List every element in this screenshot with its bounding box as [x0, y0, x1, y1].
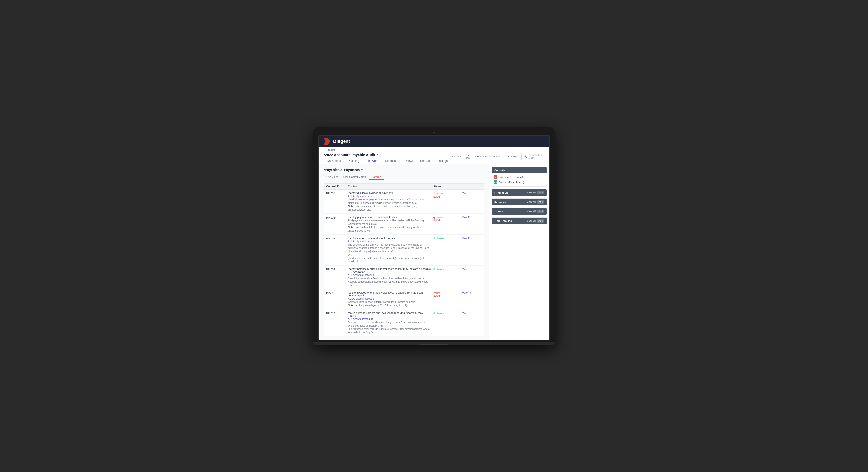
control-title-pp001: Identify duplicate invoices or payments: [348, 191, 431, 195]
view-edit-pp005[interactable]: View/Edit: [462, 292, 472, 294]
tab-results[interactable]: Results: [417, 158, 433, 165]
control-content-pp016: Match purchase orders and invoices to re…: [348, 312, 433, 334]
col-header-status: Status: [433, 185, 462, 188]
col-header-control: Control: [348, 185, 433, 188]
table-row: PP-004 Identify potentially suspicious t…: [324, 266, 484, 289]
status-cell-pp005: Issues Noted: [433, 291, 462, 297]
status-cell-pp004: No Issues: [433, 267, 462, 271]
sub-tab-controls[interactable]: Controls: [369, 174, 384, 180]
requests-view-all[interactable]: View all: [527, 201, 536, 203]
status-no-issues-pp003: No Issues: [433, 237, 462, 240]
todos-link[interactable]: To-dos: [465, 154, 471, 159]
file-item-pdf[interactable]: PDF Controls (PDF Format): [494, 174, 545, 180]
red-dot-icon: [433, 216, 435, 218]
pdf-file-label: Controls (PDF Format): [499, 176, 523, 178]
view-edit-pp002[interactable]: View/Edit: [462, 216, 472, 219]
acl-link-pp016[interactable]: ACL Analytic Procedure: [348, 318, 431, 320]
warning-icon: ⚠: [433, 192, 436, 195]
page-title: *2022 Accounts Payable Audit: [323, 153, 375, 157]
search-input-placeholder: Search this audit: [528, 154, 542, 159]
acl-link-pp005[interactable]: ACL Analytics Procedure: [348, 297, 431, 300]
col-header-control-id: Control ID: [326, 185, 348, 188]
audit-title-dropdown-icon[interactable]: ▾: [377, 153, 378, 156]
requests-title: Requests: [494, 201, 506, 204]
time-tracking-add-button[interactable]: Add: [537, 219, 544, 223]
control-note-pp001: Note: Other parameters to be searched in…: [348, 205, 431, 211]
control-content-pp004: Identify potentially suspicious transact…: [348, 267, 433, 287]
tab-reviews[interactable]: Reviews: [399, 158, 416, 165]
view-edit-pp003[interactable]: View/Edit: [462, 237, 472, 240]
progress-link[interactable]: Progress: [451, 155, 462, 158]
status-no-issues-pp016: No Issues: [433, 312, 462, 315]
tab-fieldwork[interactable]: Fieldwork: [362, 158, 381, 165]
table-header: Control ID Control Status: [324, 183, 484, 189]
control-desc-pp001: Identify invoices (or payments) where on…: [348, 198, 431, 205]
acl-link-pp001[interactable]: ACL Analytics Procedure: [348, 195, 431, 198]
tab-planning[interactable]: Planning: [345, 158, 363, 165]
controls-files-header: Controls: [492, 167, 547, 173]
section-dropdown-icon[interactable]: ▾: [361, 168, 363, 172]
action-cell-pp003: View/Edit: [462, 237, 482, 240]
sub-tab-overview[interactable]: Overview: [323, 174, 340, 180]
settings-link[interactable]: Settings: [508, 155, 518, 158]
time-tracking-view-all[interactable]: View all: [527, 219, 536, 222]
search-box[interactable]: 🔍 Search this audit: [521, 153, 545, 160]
time-tracking-header: Time Tracking View all Add: [492, 217, 547, 224]
control-title-pp002: Identify payments made on unusual dates: [348, 216, 431, 218]
status-issues-red-pp002: Issues: [433, 216, 462, 219]
sub-tab-risk-control-matrix[interactable]: Risk Control Matrix: [340, 174, 369, 180]
controls-files-section: Controls PDF Controls (PDF Format) XLS C…: [492, 167, 547, 187]
control-note-pp005: Note: Invoice pattern layouts (X = A-Z, …: [348, 304, 431, 307]
view-edit-pp016[interactable]: View/Edit: [462, 312, 472, 315]
status-noted-pp005: Noted: [433, 294, 462, 297]
view-edit-pp001[interactable]: View/Edit: [462, 192, 472, 195]
status-issues-pp005: Issues: [433, 292, 462, 294]
todos-add-button[interactable]: Add: [537, 210, 544, 213]
status-cell-pp002: Issues Noted: [433, 216, 462, 222]
tab-controls[interactable]: Controls: [382, 158, 399, 165]
view-edit-pp004[interactable]: View/Edit: [462, 268, 472, 271]
control-id-pp003: PP-003: [326, 237, 348, 240]
control-desc-pp002: Find payments made on weekends or holida…: [348, 219, 431, 226]
file-item-excel[interactable]: XLS Controls (Excel Format): [494, 180, 545, 185]
table-row: PP-005 Isolate invoices where the invoic…: [324, 289, 484, 309]
todos-view-all[interactable]: View all: [527, 210, 536, 213]
time-tracking-section: Time Tracking View all Add: [492, 217, 547, 224]
control-desc-pp004: Search for keywords in fields such as: I…: [348, 277, 431, 287]
requests-link[interactable]: Requests: [475, 155, 486, 158]
finding-list-add-button[interactable]: Add: [537, 191, 544, 195]
timesheets-link[interactable]: Timesheets: [490, 155, 504, 158]
requests-add-button[interactable]: Add: [537, 200, 544, 204]
laptop-base: [313, 342, 555, 345]
control-note-pp002: Note: Potentially helpful to explore mod…: [348, 226, 431, 233]
tab-findings[interactable]: Findings: [433, 158, 451, 165]
status-noted-pp001: Noted: [433, 195, 462, 198]
finding-list-title: Finding List: [494, 191, 509, 194]
todos-section: To-dos View all Add: [492, 208, 547, 215]
status-noted-pp002: Noted: [433, 219, 462, 222]
control-id-pp004: PP-004: [326, 267, 348, 271]
status-cell-pp003: No Issues: [433, 237, 462, 240]
controls-files-title: Controls: [494, 169, 505, 172]
excel-file-label: Controls (Excel Format): [499, 181, 524, 184]
back-to-projects-link[interactable]: ← Projects: [323, 149, 335, 151]
control-id-pp016: PP-016: [326, 312, 348, 315]
status-cell-pp001: ⚠ Issues Noted: [433, 191, 462, 198]
action-cell-pp001: View/Edit: [462, 191, 482, 195]
finding-list-view-all[interactable]: View all: [527, 191, 536, 194]
acl-link-pp004[interactable]: ACL Analytics Procedure: [348, 274, 431, 276]
status-issues-pp001: ⚠ Issues: [433, 192, 462, 195]
tab-dashboard[interactable]: Dashboard: [323, 158, 345, 165]
status-no-issues-pp004: No Issues: [433, 268, 462, 271]
control-title-pp003: Identify inappropriate additional charge…: [348, 237, 431, 239]
control-id-pp001: PP-001: [326, 191, 348, 195]
acl-link-pp003[interactable]: ACL Analytics Procedure: [348, 240, 431, 243]
finding-list-header: Finding List View all Add: [492, 189, 547, 196]
control-content-pp002: Identify payments made on unusual dates …: [348, 216, 433, 233]
control-title-pp016: Match purchase orders and invoices to re…: [348, 312, 431, 317]
control-title-pp005: Isolate invoices where the invoice layou…: [348, 291, 431, 297]
app-logo-text: Diligent: [333, 139, 350, 144]
action-cell-pp002: View/Edit: [462, 216, 482, 219]
control-title-pp004: Identify potentially suspicious transact…: [348, 267, 431, 273]
table-row: PP-001 Identify duplicate invoices or pa…: [324, 189, 484, 214]
